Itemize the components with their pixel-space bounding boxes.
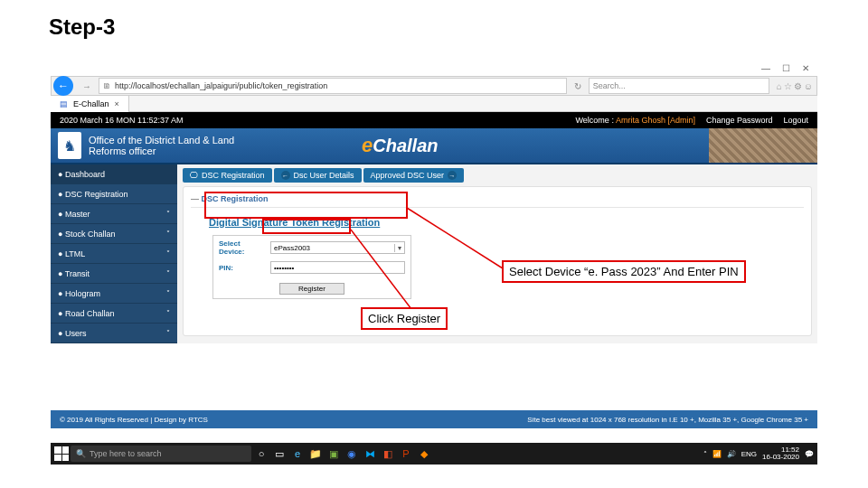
wifi-icon[interactable]: 📶 xyxy=(712,450,722,458)
breadcrumb-approved-dsc-user[interactable]: Approved DSC User→ xyxy=(363,168,465,183)
search-placeholder: Search... xyxy=(593,81,626,90)
chevron-down-icon: ˅ xyxy=(166,230,170,238)
sidebar-item-dsc-registration[interactable]: ● DSC Registration xyxy=(51,184,177,204)
page-icon: 🗎 xyxy=(103,81,111,90)
register-button[interactable]: Register xyxy=(279,283,344,295)
callout-click-register: Click Register xyxy=(361,307,448,330)
chevron-down-icon: ˅ xyxy=(166,329,170,337)
monitor-icon: 🖵 xyxy=(190,171,198,180)
minimize-icon[interactable]: — xyxy=(760,63,772,73)
arrow-left-icon: ← xyxy=(281,171,290,180)
taskbar-search-placeholder: Type here to search xyxy=(90,449,162,458)
sidebar-label: ● Transit xyxy=(58,269,90,278)
sidebar-label: ● Stock Challan xyxy=(58,230,115,239)
gear-icon[interactable]: ⚙ xyxy=(794,81,802,91)
chevron-down-icon: ˅ xyxy=(166,289,170,297)
sound-icon[interactable]: 🔊 xyxy=(727,450,736,458)
sidebar-label: ● DSC Registration xyxy=(58,190,127,199)
nav-bar: ← → 🗎 http://localhost/echallan_jalpaigu… xyxy=(51,76,817,96)
tray-date: 16-03-2020 xyxy=(762,453,799,461)
browser-chrome: — ☐ ✕ ← → 🗎 http://localhost/echallan_ja… xyxy=(51,60,817,112)
smile-icon[interactable]: ☺ xyxy=(804,81,813,91)
logout-link[interactable]: Logout xyxy=(783,116,808,125)
chevron-down-icon: ˅ xyxy=(166,309,170,317)
panel-header[interactable]: DSC Registration xyxy=(191,191,804,208)
sidebar-label: ● Master xyxy=(58,210,90,219)
tray-lang[interactable]: ENG xyxy=(741,450,757,458)
welcome-text: Welcome : Amrita Ghosh [Admin] xyxy=(576,116,695,125)
forward-button[interactable]: → xyxy=(79,81,95,91)
vscode-icon[interactable]: ⧓ xyxy=(362,446,378,462)
toolbar-icons: ⌂ ☆ ⚙ ☺ xyxy=(777,81,813,91)
chevron-down-icon: ˅ xyxy=(166,210,170,218)
tab-echallan[interactable]: ▤ E-Challan × xyxy=(51,96,129,112)
taskbar-search[interactable]: 🔍 Type here to search xyxy=(71,446,251,462)
footer-left: © 2019 All Rights Reserved | Design by R… xyxy=(60,416,208,424)
app-icon-1[interactable]: ▣ xyxy=(326,446,342,462)
dst-title: Digital Signature Token Registration xyxy=(209,217,804,228)
taskview-icon[interactable]: ▭ xyxy=(271,446,288,462)
sidebar-item-users[interactable]: ● Users˅ xyxy=(51,324,177,343)
taskbar: 🔍 Type here to search ○ ▭ e 📁 ▣ ◉ ⧓ ◧ P … xyxy=(51,443,817,465)
powerpoint-icon[interactable]: P xyxy=(398,446,414,462)
tab-favicon-icon: ▤ xyxy=(60,99,68,108)
back-button[interactable]: ← xyxy=(53,76,73,96)
select-value: ePass2003 xyxy=(274,244,310,252)
footer-right: Site best viewed at 1024 x 768 resolutio… xyxy=(527,416,808,424)
window-title-bar: — ☐ ✕ xyxy=(51,60,817,76)
pin-input[interactable]: •••••••• xyxy=(270,261,405,274)
sidebar-label: ● Dashboard xyxy=(58,170,105,179)
url-text: http://localhost/echallan_jalpaiguri/pub… xyxy=(115,81,327,90)
footer: © 2019 All Rights Reserved | Design by R… xyxy=(51,410,817,428)
address-bar[interactable]: 🗎 http://localhost/echallan_jalpaiguri/p… xyxy=(99,78,567,94)
search-box[interactable]: Search... xyxy=(589,78,769,94)
brand: eChallan xyxy=(362,134,439,157)
home-icon[interactable]: ⌂ xyxy=(777,81,782,91)
sidebar-item-stock-challan[interactable]: ● Stock Challan˅ xyxy=(51,224,177,244)
cortana-icon[interactable]: ○ xyxy=(253,446,269,462)
sidebar: ● Dashboard● DSC Registration● Master˅● … xyxy=(51,164,177,343)
sidebar-item-road-challan[interactable]: ● Road Challan˅ xyxy=(51,304,177,324)
sidebar-label: ● LTML xyxy=(58,249,85,258)
sidebar-item-ltml[interactable]: ● LTML˅ xyxy=(51,244,177,264)
datetime: 2020 March 16 MON 11:52:37 AM xyxy=(60,116,184,125)
banner-image xyxy=(709,128,817,163)
refresh-icon[interactable]: ↻ xyxy=(571,81,585,91)
step-title: Step-3 xyxy=(49,14,115,40)
chrome-icon[interactable]: ◉ xyxy=(344,446,360,462)
sidebar-label: ● Hologram xyxy=(58,289,100,298)
explorer-icon[interactable]: 📁 xyxy=(307,446,324,462)
tab-title: E-Challan xyxy=(73,99,109,108)
sidebar-item-transit[interactable]: ● Transit˅ xyxy=(51,264,177,284)
edge-icon[interactable]: e xyxy=(289,446,306,462)
select-device-dropdown[interactable]: ePass2003 ▾ xyxy=(270,241,405,254)
system-tray[interactable]: ˄ 📶 🔊 ENG 11:52 16-03-2020 💬 xyxy=(703,446,814,461)
breadcrumb-dsc-registration[interactable]: 🖵DSC Registration xyxy=(183,168,272,183)
chevron-down-icon[interactable]: ▾ xyxy=(394,244,401,252)
sidebar-label: ● Users xyxy=(58,329,86,338)
tray-up-icon[interactable]: ˄ xyxy=(703,450,707,458)
breadcrumb-dsc-user-details[interactable]: ←Dsc User Details xyxy=(274,168,362,183)
banner: ♞ Office of the District Land & Land Ref… xyxy=(51,128,817,164)
change-password-link[interactable]: Change Password xyxy=(706,116,773,125)
sidebar-item-master[interactable]: ● Master˅ xyxy=(51,204,177,224)
main-content: 🖵DSC Registration←Dsc User DetailsApprov… xyxy=(177,164,817,343)
sidebar-item-dashboard[interactable]: ● Dashboard xyxy=(51,164,177,184)
chevron-down-icon: ˅ xyxy=(166,269,170,277)
chevron-down-icon: ˅ xyxy=(166,249,170,258)
breadcrumb: 🖵DSC Registration←Dsc User DetailsApprov… xyxy=(183,168,812,183)
maximize-icon[interactable]: ☐ xyxy=(779,63,792,73)
tab-close-icon[interactable]: × xyxy=(115,99,119,108)
notification-icon[interactable]: 💬 xyxy=(805,450,814,458)
arrow-right-icon: → xyxy=(448,171,457,180)
app-icon-3[interactable]: ◆ xyxy=(416,446,432,462)
app-icon-2[interactable]: ◧ xyxy=(380,446,396,462)
close-icon[interactable]: ✕ xyxy=(799,63,812,73)
star-icon[interactable]: ☆ xyxy=(784,81,792,91)
emblem-icon: ♞ xyxy=(58,132,81,159)
start-button[interactable] xyxy=(54,446,69,461)
office-title: Office of the District Land & Land Refor… xyxy=(89,135,234,156)
top-black-bar: 2020 March 16 MON 11:52:37 AM Welcome : … xyxy=(51,112,817,128)
sidebar-item-hologram[interactable]: ● Hologram˅ xyxy=(51,284,177,304)
app-window: 2020 March 16 MON 11:52:37 AM Welcome : … xyxy=(51,112,817,488)
